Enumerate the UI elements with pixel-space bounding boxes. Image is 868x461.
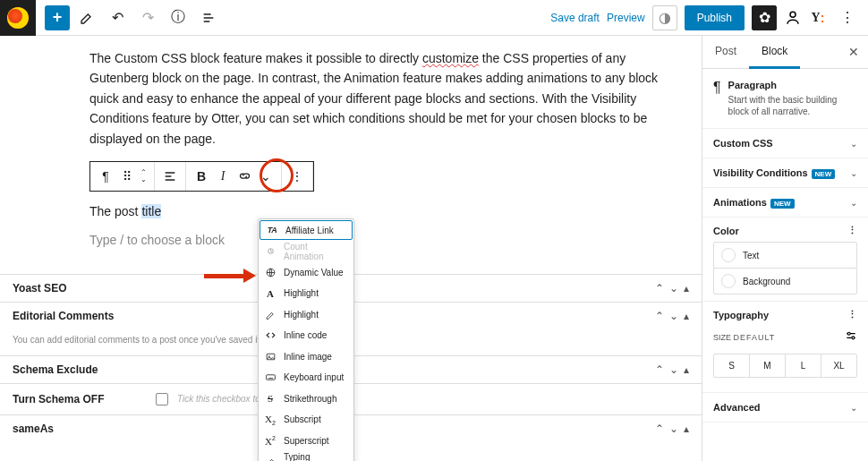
info-icon[interactable]: ⓘ (165, 4, 191, 31)
paragraph-type-button[interactable]: ¶ ⠿ ⌃⌄ (90, 162, 155, 191)
format-superscript[interactable]: X2Superscript (259, 431, 353, 452)
chevron-down-icon: ⌄ (850, 198, 857, 208)
size-settings-icon[interactable] (845, 329, 857, 345)
ta-icon: TA (266, 224, 278, 236)
publish-button[interactable]: Publish (685, 5, 745, 30)
format-typing-animation[interactable]: Typing Animation (259, 451, 353, 461)
dropdown-label: Inline code (284, 330, 327, 340)
dropdown-label: Strikethrough (284, 394, 336, 404)
settings-icon[interactable]: ✿ (752, 5, 777, 30)
format-affiliate-link[interactable]: TAAffiliate Link (260, 220, 353, 240)
block-more-button[interactable]: ⋮ (282, 162, 313, 191)
kebab-icon[interactable]: ⋮ (847, 225, 857, 236)
align-button[interactable] (155, 162, 186, 191)
panel-visibility-conditions[interactable]: Visibility ConditionsNEW ⌄ (702, 158, 868, 188)
sub-icon: X2 (264, 414, 277, 426)
tab-post[interactable]: Post (702, 36, 749, 68)
new-block-placeholder[interactable]: Type / to choose a block (89, 233, 680, 247)
kebab-icon: ⋮ (289, 168, 305, 184)
format-dynamic-value[interactable]: Dynamic Value (259, 262, 353, 284)
block-description: Start with the basic building block of a… (728, 94, 857, 117)
block-name: Paragraph (728, 80, 857, 90)
format-inline-code[interactable]: Inline code (259, 325, 353, 346)
close-sidebar-icon[interactable]: ✕ (839, 36, 868, 68)
chevron-down-icon: ⌄ (850, 139, 857, 149)
dropdown-label: Keyboard input (284, 372, 344, 382)
size-xl[interactable]: XL (821, 354, 856, 377)
pilcrow-icon: ¶ (98, 168, 114, 184)
dropdown-label: Highlight (284, 288, 319, 298)
mover-icon[interactable]: ⌃⌄ (140, 169, 147, 184)
svg-point-5 (847, 332, 850, 335)
add-block-button[interactable]: + (45, 5, 70, 30)
dropdown-label: Typing Animation (284, 452, 346, 461)
svg-rect-2 (267, 354, 275, 360)
dropdown-label: Affiliate Link (285, 226, 334, 235)
paragraph-block[interactable]: The Custom CSS block feature makes it po… (89, 48, 680, 149)
link-button[interactable] (236, 168, 252, 184)
color-text[interactable]: Text (713, 242, 857, 269)
undo-icon[interactable]: ↶ (104, 4, 131, 31)
site-logo[interactable] (0, 0, 36, 36)
type-icon (264, 456, 277, 461)
chevron-down-icon: ⌄ (850, 403, 857, 413)
svg-point-6 (852, 337, 855, 339)
svg-point-3 (268, 355, 270, 357)
kbd-icon (264, 371, 277, 384)
block-toolbar: ¶ ⠿ ⌃⌄ B I ⌄ ⋮ (89, 161, 314, 192)
size-l[interactable]: L (786, 354, 821, 377)
format-subscript[interactable]: X2Subscript (259, 409, 353, 431)
align-icon (162, 168, 178, 184)
color-background[interactable]: Background (713, 268, 857, 295)
pilcrow-icon: ¶ (713, 80, 721, 117)
format-highlight[interactable]: Highlight (259, 304, 353, 326)
kebab-icon[interactable]: ⋮ (847, 309, 857, 320)
panel-custom-css[interactable]: Custom CSS ⌄ (702, 129, 868, 158)
redo-icon[interactable]: ↷ (134, 4, 161, 31)
chevron-down-icon: ⌄ (850, 168, 857, 178)
more-icon[interactable]: ⋮ (834, 4, 861, 31)
pen-icon (264, 308, 277, 320)
more-formats-button[interactable]: ⌄ (258, 168, 274, 184)
strike-icon: S (264, 392, 277, 405)
schema-off-checkbox[interactable] (156, 393, 168, 406)
dropdown-label: Superscript (284, 436, 329, 446)
format-highlight[interactable]: AHighlight (259, 283, 353, 304)
dropdown-label: Dynamic Value (284, 268, 344, 277)
img-icon (264, 350, 277, 363)
svg-point-0 (790, 12, 796, 17)
dropdown-label: Count Animation (284, 242, 346, 261)
code-icon (264, 329, 277, 342)
yoast-icon[interactable]: Y: (809, 9, 827, 27)
size-s[interactable]: S (714, 354, 750, 377)
a-icon: A (264, 287, 277, 300)
edit-icon[interactable] (73, 4, 100, 31)
format-inline-image[interactable]: Inline image (259, 346, 353, 368)
format-controls: B I ⌄ (186, 162, 282, 191)
tab-block[interactable]: Block (749, 36, 800, 69)
format-count-animation: Count Animation (259, 241, 353, 262)
format-dropdown: TAAffiliate LinkCount AnimationDynamic V… (258, 218, 354, 461)
preview-button[interactable]: Preview (607, 12, 645, 24)
format-strikethrough[interactable]: SStrikethrough (259, 388, 353, 410)
bold-button[interactable]: B (193, 168, 209, 184)
panel-advanced[interactable]: Advanced ⌄ (702, 392, 868, 423)
dropdown-label: Highlight (284, 310, 319, 320)
count-icon (264, 245, 277, 258)
collapse-up-icon[interactable]: ⌃ (655, 282, 664, 295)
view-icon[interactable]: ◑ (652, 5, 677, 30)
italic-button[interactable]: I (215, 168, 231, 184)
format-keyboard-input[interactable]: Keyboard input (259, 367, 353, 388)
paragraph-block-2[interactable]: The post title (89, 204, 680, 218)
globe-icon (264, 266, 277, 278)
save-draft-button[interactable]: Save draft (550, 12, 600, 24)
drag-icon: ⠿ (119, 168, 135, 184)
svg-rect-4 (266, 375, 275, 380)
collapse-down-icon[interactable]: ⌄ (669, 282, 678, 295)
outline-icon[interactable] (195, 4, 222, 31)
collapse-close-icon[interactable]: ▴ (684, 282, 689, 295)
size-m[interactable]: M (750, 354, 786, 377)
size-tabs: SMLXL (713, 354, 857, 378)
panel-animations[interactable]: AnimationsNEW ⌄ (702, 188, 868, 218)
readability-icon[interactable] (784, 9, 802, 27)
